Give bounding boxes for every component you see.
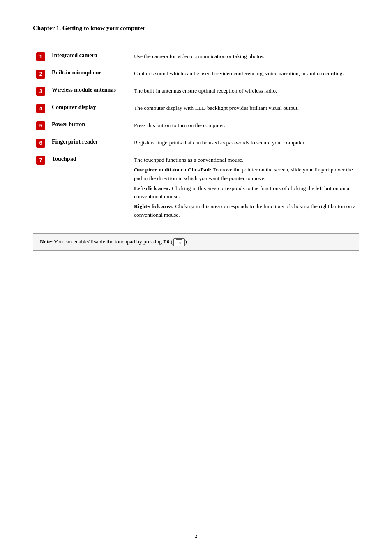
item-name: Built-in microphone xyxy=(48,65,131,83)
item-badge: 2 xyxy=(36,70,45,79)
item-name: Computer display xyxy=(48,100,131,117)
item-badge: 3 xyxy=(36,87,45,96)
table-row: 1Integrated cameraUse the camera for vid… xyxy=(33,48,359,65)
table-row: 3Wireless module antennasThe built-in an… xyxy=(33,83,359,100)
item-description: Use the camera for video communication o… xyxy=(131,48,359,65)
note-end: ). xyxy=(185,239,188,245)
item-name: Fingerprint reader xyxy=(48,134,131,152)
item-name: Touchpad xyxy=(48,152,131,225)
table-row: 2Built-in microphoneCaptures sound which… xyxy=(33,65,359,83)
touchpad-key-icon: F6 xyxy=(173,238,185,246)
note-key-label: F6 xyxy=(163,239,169,245)
item-badge: 7 xyxy=(36,156,45,165)
badge-cell: 6 xyxy=(33,134,48,152)
touchpad-intro: The touchpad functions as a conventional… xyxy=(134,156,356,164)
touchpad-part3: Right-click area: Clicking in this area … xyxy=(134,202,356,219)
item-badge: 1 xyxy=(36,52,45,61)
touchpad-part2: Left-click area: Clicking in this area c… xyxy=(134,184,356,201)
note-suffix: ( xyxy=(169,239,173,245)
item-description: Registers fingerprints that can be used … xyxy=(131,134,359,152)
items-table: 1Integrated cameraUse the camera for vid… xyxy=(33,48,359,225)
badge-cell: 5 xyxy=(33,117,48,134)
item-description: The built-in antennas ensure optimal rec… xyxy=(131,83,359,100)
table-row: 5Power buttonPress this button to turn o… xyxy=(33,117,359,134)
note-text: You can enable/disable the touchpad by p… xyxy=(53,239,163,245)
badge-cell: 4 xyxy=(33,100,48,117)
page: Chapter 1. Getting to know your computer… xyxy=(0,0,392,556)
touchpad-part1-label: One piece multi-touch ClickPad: xyxy=(134,167,212,173)
item-badge: 5 xyxy=(36,121,45,130)
touchpad-part3-label: Right-click area: xyxy=(134,203,174,209)
table-row: 6Fingerprint readerRegisters fingerprint… xyxy=(33,134,359,152)
item-description: The computer display with LED backlight … xyxy=(131,100,359,117)
item-name: Integrated camera xyxy=(48,48,131,65)
item-name: Power button xyxy=(48,117,131,134)
touchpad-part2-label: Left-click area: xyxy=(134,185,171,191)
chapter-title: Chapter 1. Getting to know your computer xyxy=(33,25,359,32)
item-name: Wireless module antennas xyxy=(48,83,131,100)
item-badge: 4 xyxy=(36,104,45,113)
badge-cell: 3 xyxy=(33,83,48,100)
table-row: 7TouchpadThe touchpad functions as a con… xyxy=(33,152,359,225)
badge-cell: 2 xyxy=(33,65,48,83)
badge-cell: 1 xyxy=(33,48,48,65)
badge-cell: 7 xyxy=(33,152,48,225)
touchpad-key-sublabel: F6 xyxy=(174,241,184,246)
touchpad-part1: One piece multi-touch ClickPad: To move … xyxy=(134,166,356,183)
note-box: Note: You can enable/disable the touchpa… xyxy=(33,233,359,251)
item-description: The touchpad functions as a conventional… xyxy=(131,152,359,225)
item-badge: 6 xyxy=(36,139,45,148)
note-prefix: Note: xyxy=(40,239,53,245)
item-description: Captures sound which can be used for vid… xyxy=(131,65,359,83)
item-description: Press this button to turn on the compute… xyxy=(131,117,359,134)
page-number: 2 xyxy=(195,533,198,540)
table-row: 4Computer displayThe computer display wi… xyxy=(33,100,359,117)
